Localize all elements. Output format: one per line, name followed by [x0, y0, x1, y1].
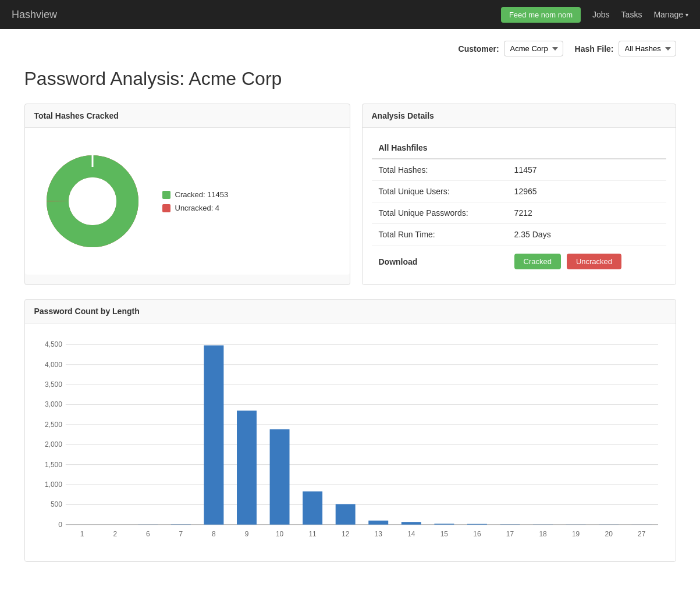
svg-text:1,000: 1,000: [44, 480, 62, 489]
nav-jobs[interactable]: Jobs: [592, 10, 610, 19]
table-row: Total Unique Users: 12965: [372, 181, 666, 202]
svg-rect-47: [467, 524, 486, 525]
svg-text:4,000: 4,000: [44, 361, 62, 369]
table-row: Total Unique Passwords: 7212: [372, 202, 666, 224]
legend-uncracked-label: Uncracked: 4: [175, 204, 220, 212]
svg-text:15: 15: [440, 530, 448, 538]
customer-filter-group: Customer: Acme Corp: [459, 41, 563, 56]
total-unique-passwords-label: Total Unique Passwords:: [372, 202, 507, 224]
nav-manage-label: Manage: [653, 10, 683, 19]
legend-uncracked-color: [162, 204, 170, 212]
page-title: Password Analysis: Acme Corp: [24, 68, 676, 90]
svg-rect-31: [204, 346, 223, 525]
svg-rect-41: [368, 521, 388, 525]
svg-text:1: 1: [80, 530, 84, 538]
nav-manage[interactable]: Manage ▾: [653, 10, 688, 19]
app-brand: Hashview: [12, 9, 501, 21]
table-row: Total Run Time: 2.35 Days: [372, 224, 666, 245]
svg-rect-33: [237, 411, 257, 525]
svg-text:8: 8: [212, 530, 216, 538]
svg-point-2: [69, 177, 116, 225]
svg-text:17: 17: [506, 530, 514, 538]
svg-text:14: 14: [407, 530, 415, 538]
total-hashes-label: Total Hashes:: [372, 159, 507, 181]
svg-text:19: 19: [571, 530, 580, 538]
hashfile-filter-group: Hash File: All Hashes: [575, 41, 676, 56]
svg-rect-35: [269, 429, 289, 525]
bar-chart-wrapper: 05001,0001,5002,0002,5003,0003,5004,0004…: [25, 323, 676, 561]
hashfile-filter-select[interactable]: All Hashes: [619, 41, 676, 56]
svg-text:0: 0: [58, 521, 62, 529]
svg-text:9: 9: [244, 530, 248, 538]
analysis-table: All Hashfiles Total Hashes: 11457 Total …: [372, 137, 666, 275]
download-buttons: Cracked Uncracked: [507, 245, 666, 276]
customer-filter-select[interactable]: Acme Corp: [504, 41, 563, 56]
analysis-card-body: All Hashfiles Total Hashes: 11457 Total …: [363, 128, 676, 284]
cracked-download-button[interactable]: Cracked: [514, 254, 561, 269]
download-row: Download Cracked Uncracked: [372, 245, 666, 276]
hashes-card-body: Cracked: 11453 Uncracked: 4: [25, 128, 350, 275]
analysis-card: Analysis Details All Hashfiles Total Has…: [362, 104, 676, 285]
uncracked-download-button[interactable]: Uncracked: [567, 254, 621, 269]
svg-text:7: 7: [179, 530, 183, 538]
donut-svg: [40, 149, 145, 254]
feed-button[interactable]: Feed me nom nom: [501, 7, 581, 23]
svg-text:18: 18: [539, 530, 547, 538]
svg-text:2,500: 2,500: [44, 421, 62, 429]
total-unique-passwords-value: 7212: [507, 202, 666, 224]
customer-filter-label: Customer:: [459, 44, 499, 54]
svg-text:11: 11: [308, 530, 317, 538]
manage-caret-icon: ▾: [685, 12, 688, 18]
nav-tasks[interactable]: Tasks: [621, 10, 642, 19]
download-label: Download: [372, 245, 507, 276]
svg-text:2: 2: [113, 530, 117, 538]
svg-text:10: 10: [275, 530, 283, 538]
svg-rect-45: [434, 524, 454, 524]
donut-section: Cracked: 11453 Uncracked: 4: [34, 137, 340, 265]
svg-text:12: 12: [342, 530, 350, 538]
bar-chart-header: Password Count by Length: [25, 300, 676, 323]
total-unique-users-value: 12965: [507, 181, 666, 202]
svg-text:500: 500: [50, 500, 62, 508]
svg-text:1,500: 1,500: [44, 461, 62, 469]
total-unique-users-label: Total Unique Users:: [372, 181, 507, 202]
legend-uncracked: Uncracked: 4: [162, 204, 229, 212]
svg-text:2,000: 2,000: [44, 440, 62, 449]
svg-text:13: 13: [374, 530, 382, 538]
svg-text:3,000: 3,000: [44, 400, 62, 408]
svg-text:16: 16: [473, 530, 481, 538]
donut-chart: [40, 149, 145, 254]
table-row: Total Hashes: 11457: [372, 159, 666, 181]
total-run-time-label: Total Run Time:: [372, 224, 507, 245]
svg-rect-37: [303, 492, 322, 525]
all-hashfiles-heading: All Hashfiles: [372, 137, 666, 159]
svg-text:27: 27: [638, 530, 646, 538]
svg-rect-39: [335, 504, 355, 525]
navbar: Hashview Feed me nom nom Jobs Tasks Mana…: [0, 0, 700, 29]
bar-chart-card: Password Count by Length 05001,0001,5002…: [24, 299, 676, 562]
legend-cracked-label: Cracked: 11453: [175, 190, 229, 199]
total-hashes-value: 11457: [507, 159, 666, 181]
filter-bar: Customer: Acme Corp Hash File: All Hashe…: [24, 41, 676, 56]
svg-text:20: 20: [605, 530, 613, 538]
svg-text:4,500: 4,500: [44, 340, 62, 348]
legend-cracked-color: [162, 191, 170, 199]
total-run-time-value: 2.35 Days: [507, 224, 666, 245]
analysis-card-header: Analysis Details: [363, 104, 676, 128]
hashfile-filter-label: Hash File:: [575, 44, 614, 54]
svg-text:6: 6: [145, 530, 150, 538]
cards-row: Total Hashes Cracked: [24, 104, 676, 285]
svg-text:3,500: 3,500: [44, 380, 62, 389]
bar-chart-svg: 05001,0001,5002,0002,5003,0003,5004,0004…: [31, 333, 670, 554]
hashes-card: Total Hashes Cracked: [24, 104, 350, 285]
nav-items: Feed me nom nom Jobs Tasks Manage ▾: [501, 7, 688, 23]
svg-rect-43: [401, 522, 421, 524]
hashes-card-header: Total Hashes Cracked: [25, 104, 350, 128]
donut-legend: Cracked: 11453 Uncracked: 4: [162, 190, 229, 212]
legend-cracked: Cracked: 11453: [162, 190, 229, 199]
main-content: Customer: Acme Corp Hash File: All Hashe…: [13, 29, 688, 574]
